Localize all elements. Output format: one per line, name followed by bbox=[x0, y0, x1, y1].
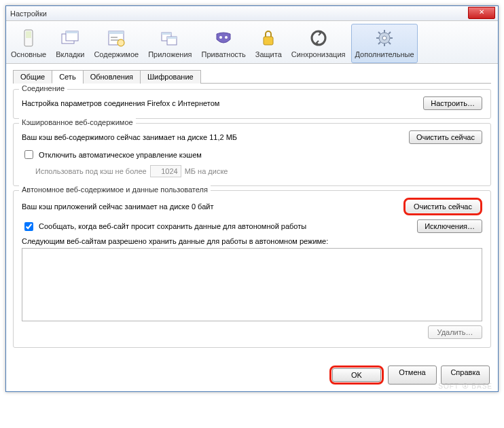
subtabs: Общие Сеть Обновления Шифрование bbox=[13, 69, 491, 84]
svg-point-9 bbox=[118, 39, 124, 46]
offline-title: Автономное веб-содержимое и данные польз… bbox=[19, 185, 211, 194]
offline-list-label: Следующим веб-сайтам разрешено хранить д… bbox=[22, 237, 328, 245]
tabs-icon bbox=[59, 27, 81, 49]
watermark: SOFT ⦿ BASE bbox=[438, 382, 492, 390]
svg-point-15 bbox=[225, 36, 228, 39]
svg-rect-7 bbox=[111, 37, 118, 38]
cache-limit-suffix: МБ на диске bbox=[185, 167, 228, 175]
applications-icon bbox=[159, 27, 181, 49]
svg-line-24 bbox=[378, 32, 380, 34]
dialog-footer: OK Отмена Справка bbox=[6, 359, 498, 391]
svg-rect-12 bbox=[162, 33, 171, 35]
cache-limit-input[interactable] bbox=[150, 165, 181, 177]
content-area: Общие Сеть Обновления Шифрование Соедине… bbox=[6, 64, 498, 359]
gear-icon bbox=[374, 27, 395, 49]
close-button[interactable]: ✕ bbox=[468, 7, 495, 19]
svg-rect-4 bbox=[66, 31, 78, 33]
override-cache-label: Отключить автоматическое управление кэше… bbox=[39, 151, 202, 159]
category-tabs[interactable]: Вкладки bbox=[52, 24, 88, 63]
ok-button[interactable]: OK bbox=[332, 368, 381, 382]
content-icon bbox=[105, 27, 127, 49]
svg-rect-16 bbox=[264, 37, 273, 45]
svg-rect-13 bbox=[167, 37, 177, 39]
offline-group: Автономное веб-содержимое и данные польз… bbox=[13, 190, 491, 348]
connection-settings-button[interactable]: Настроить… bbox=[423, 96, 482, 110]
tab-encryption[interactable]: Шифрование bbox=[140, 70, 201, 84]
remove-site-button[interactable]: Удалить… bbox=[428, 325, 482, 339]
category-toolbar: Основные Вкладки Содержимое Приложения П… bbox=[6, 21, 498, 64]
category-sync[interactable]: Синхронизация bbox=[288, 24, 349, 63]
svg-point-14 bbox=[219, 36, 222, 39]
override-cache-checkbox[interactable] bbox=[24, 150, 33, 159]
svg-rect-6 bbox=[109, 31, 124, 34]
notify-offline-checkbox[interactable] bbox=[24, 222, 33, 231]
category-content[interactable]: Содержимое bbox=[90, 24, 142, 63]
category-general[interactable]: Основные bbox=[7, 24, 50, 63]
category-security[interactable]: Защита bbox=[252, 24, 285, 63]
connection-title: Соединение bbox=[19, 84, 67, 92]
offline-exceptions-button[interactable]: Исключения… bbox=[417, 219, 482, 233]
svg-rect-1 bbox=[26, 31, 31, 38]
offline-usage-text: Ваш кэш приложений сейчас занимает на ди… bbox=[22, 202, 213, 211]
switch-icon bbox=[18, 27, 39, 49]
titlebar: Настройки ✕ bbox=[6, 6, 498, 21]
category-privacy[interactable]: Приватность bbox=[198, 24, 249, 63]
tab-updates[interactable]: Обновления bbox=[83, 70, 141, 84]
svg-line-25 bbox=[389, 42, 391, 44]
window-title: Настройки bbox=[10, 10, 47, 18]
notify-offline-label: Сообщать, когда веб-сайт просит сохранит… bbox=[39, 222, 306, 230]
category-applications[interactable]: Приложения bbox=[145, 24, 195, 63]
svg-line-27 bbox=[389, 32, 391, 34]
sync-icon bbox=[308, 27, 329, 49]
lock-icon bbox=[257, 27, 279, 49]
ok-highlight: OK bbox=[329, 365, 384, 385]
svg-line-26 bbox=[378, 42, 380, 44]
cache-title: Кэшированное веб-содержимое bbox=[19, 118, 136, 126]
offline-sites-listbox[interactable] bbox=[22, 248, 482, 321]
tab-general[interactable]: Общие bbox=[13, 70, 52, 84]
clear-offline-button[interactable]: Очистить сейчас bbox=[403, 198, 482, 215]
cache-usage-text: Ваш кэш веб-содержимого сейчас занимает … bbox=[22, 133, 237, 141]
connection-text: Настройка параметров соединения Firefox … bbox=[22, 99, 219, 107]
tab-network[interactable]: Сеть bbox=[52, 70, 83, 84]
settings-window: Настройки ✕ Основные Вкладки Содержимое … bbox=[5, 5, 499, 392]
connection-group: Соединение Настройка параметров соединен… bbox=[13, 89, 491, 119]
svg-point-17 bbox=[312, 31, 325, 45]
clear-cache-button[interactable]: Очистить сейчас bbox=[409, 130, 482, 144]
help-button[interactable]: Справка bbox=[441, 365, 490, 385]
cancel-button[interactable]: Отмена bbox=[388, 365, 437, 385]
cache-group: Кэшированное веб-содержимое Ваш кэш веб-… bbox=[13, 123, 491, 186]
cache-limit-prefix: Использовать под кэш не более bbox=[35, 167, 147, 175]
category-advanced[interactable]: Дополнительные bbox=[351, 24, 417, 63]
svg-point-19 bbox=[382, 36, 386, 40]
mask-icon bbox=[213, 27, 234, 49]
